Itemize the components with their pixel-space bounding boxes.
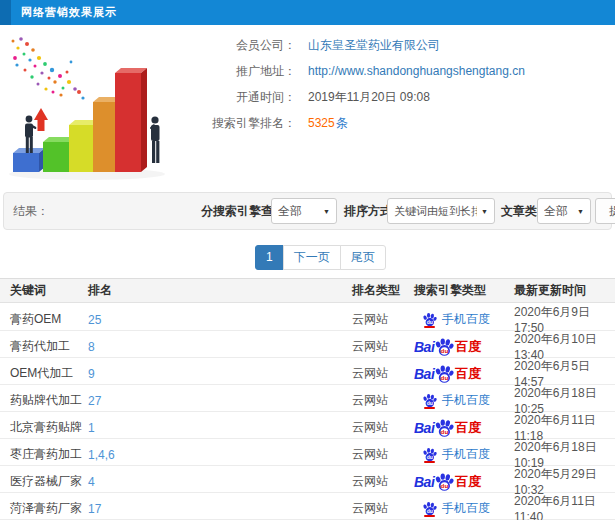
svg-text:du: du — [427, 508, 433, 514]
rank-link[interactable]: 1,4,6 — [88, 448, 352, 462]
keyword-cell: 医疗器械厂家 — [0, 473, 88, 490]
table-header: 关键词 排名 排名类型 搜索引擎类型 最新更新时间 — [0, 278, 615, 303]
rank-link[interactable]: 9 — [88, 367, 352, 381]
engine-rank-label: 搜索引擎排名： — [178, 115, 296, 132]
engine-filter-select[interactable]: 全部 ▼ — [271, 198, 337, 224]
table-row: 枣庄膏药加工 1,4,6 云网站 du 手机百度 2020年6月18日 10:1… — [0, 439, 615, 466]
page-1-button[interactable]: 1 — [255, 245, 284, 270]
baidu-paw-icon: du — [422, 447, 437, 462]
engine-filter-value: 全部 — [278, 203, 319, 220]
baidu-paw-icon: du — [434, 337, 454, 357]
businessman-left — [25, 116, 37, 153]
svg-text:du: du — [441, 482, 449, 489]
chevron-down-icon: ▼ — [577, 208, 584, 215]
svg-text:du: du — [441, 347, 449, 354]
baidu-paw-icon: du — [422, 393, 437, 408]
submit-button[interactable]: 提交 — [595, 198, 615, 224]
red-underline — [424, 461, 435, 463]
table-row: OEM代加工 9 云网站 Bai du 百度 2020年6月5日 14:57 — [0, 358, 615, 385]
baidu-paw-icon: du — [422, 312, 437, 327]
mobile-baidu-logo: du 手机百度 — [422, 500, 490, 517]
engine-type-cell: du 手机百度 — [414, 392, 514, 409]
updated-cell: 2020年6月11日 11:40 — [514, 493, 615, 520]
rank-link[interactable]: 1 — [88, 421, 352, 435]
next-page-button[interactable]: 下一页 — [283, 245, 341, 270]
pagination: 1 下一页 尾页 — [255, 245, 386, 270]
keyword-cell: 药贴牌代加工 — [0, 392, 88, 409]
promo-url-row: 推广地址： http://www.shandonghuangshengtang.… — [178, 58, 615, 84]
mobile-baidu-logo: du 手机百度 — [422, 311, 490, 328]
rank-type-cell: 云网站 — [352, 311, 414, 328]
engine-type-cell: Bai du 百度 — [414, 472, 514, 492]
bar-red — [115, 68, 147, 172]
header-engine-type: 搜索引擎类型 — [414, 282, 514, 299]
chevron-down-icon: ▼ — [481, 208, 488, 215]
rank-link[interactable]: 17 — [88, 502, 352, 516]
svg-text:du: du — [427, 400, 433, 406]
rank-link[interactable]: 27 — [88, 394, 352, 408]
bar-blue — [13, 148, 45, 172]
rank-type-cell: 云网站 — [352, 500, 414, 517]
last-page-button[interactable]: 尾页 — [340, 245, 386, 270]
table-body: 膏药OEM 25 云网站 du 手机百度 2020年6月9日 17:50 膏药代… — [0, 304, 615, 520]
rank-type-cell: 云网站 — [352, 446, 414, 463]
member-company-link[interactable]: 山东皇圣堂药业有限公司 — [308, 37, 440, 54]
mobile-baidu-logo: du 手机百度 — [422, 392, 490, 409]
info-panel: 会员公司： 山东皇圣堂药业有限公司 推广地址： http://www.shand… — [178, 32, 615, 136]
table-row: 膏药代加工 8 云网站 Bai du 百度 2020年6月10日 13:40 — [0, 331, 615, 358]
rank-link[interactable]: 8 — [88, 340, 352, 354]
engine-type-cell: du 手机百度 — [414, 311, 514, 328]
article-type-value: 全部 — [544, 203, 573, 220]
baidu-paw-icon: du — [422, 501, 437, 516]
svg-text:du: du — [441, 428, 449, 435]
baidu-logo: Bai du 百度 — [414, 337, 481, 357]
svg-text:du: du — [441, 374, 449, 381]
member-company-label: 会员公司： — [178, 37, 296, 54]
chevron-down-icon: ▼ — [323, 208, 330, 215]
engine-rank-count[interactable]: 5325 — [308, 116, 335, 130]
rank-link[interactable]: 4 — [88, 475, 352, 489]
engine-type-cell: Bai du 百度 — [414, 364, 514, 384]
promo-url-label: 推广地址： — [178, 63, 296, 80]
rank-type-cell: 云网站 — [352, 392, 414, 409]
svg-text:du: du — [427, 319, 433, 325]
sort-filter-value: 关键词由短到长排序 — [394, 204, 477, 219]
bar-chart-illustration — [5, 32, 175, 182]
table-row: 药贴牌代加工 27 云网站 du 手机百度 2020年6月18日 10:25 — [0, 385, 615, 412]
baidu-logo: Bai du 百度 — [414, 418, 481, 438]
mobile-baidu-logo: du 手机百度 — [422, 446, 490, 463]
open-time-row: 开通时间： 2019年11月20日 09:08 — [178, 84, 615, 110]
table-row: 医疗器械厂家 4 云网站 Bai du 百度 2020年5月29日 10:32 — [0, 466, 615, 493]
article-type-select[interactable]: 全部 ▼ — [537, 198, 591, 224]
page-title: 网络营销效果展示 — [21, 0, 117, 25]
engine-rank-unit: 条 — [336, 115, 348, 132]
table-row: 膏药OEM 25 云网站 du 手机百度 2020年6月9日 17:50 — [0, 304, 615, 331]
red-underline — [424, 515, 435, 517]
businessman-right — [150, 116, 160, 163]
rank-type-cell: 云网站 — [352, 419, 414, 436]
rank-type-cell: 云网站 — [352, 473, 414, 490]
titlebar-accent — [0, 0, 11, 25]
keyword-cell: OEM代加工 — [0, 365, 88, 382]
filter-bar: 结果： 分搜索引擎查看 全部 ▼ 排序方式 关键词由短到长排序 ▼ 文章类型 全… — [3, 192, 612, 230]
svg-text:du: du — [427, 454, 433, 460]
engine-type-cell: Bai du 百度 — [414, 337, 514, 357]
member-company-row: 会员公司： 山东皇圣堂药业有限公司 — [178, 32, 615, 58]
engine-type-cell: Bai du 百度 — [414, 418, 514, 438]
rank-link[interactable]: 25 — [88, 313, 352, 327]
header-rank-type: 排名类型 — [352, 282, 414, 299]
keyword-cell: 北京膏药贴牌 — [0, 419, 88, 436]
open-time-label: 开通时间： — [178, 89, 296, 106]
header-rank: 排名 — [88, 282, 352, 299]
header-updated: 最新更新时间 — [514, 282, 615, 299]
keyword-cell: 枣庄膏药加工 — [0, 446, 88, 463]
open-time-value: 2019年11月20日 09:08 — [308, 89, 430, 106]
confetti-dots — [12, 37, 85, 99]
sort-filter-label: 排序方式 — [344, 193, 392, 229]
baidu-paw-icon: du — [434, 418, 454, 438]
rank-type-cell: 云网站 — [352, 338, 414, 355]
baidu-paw-icon: du — [434, 364, 454, 384]
sort-filter-select[interactable]: 关键词由短到长排序 ▼ — [387, 198, 495, 224]
promo-url-link[interactable]: http://www.shandonghuangshengtang.cn — [308, 64, 525, 78]
rank-type-cell: 云网站 — [352, 365, 414, 382]
